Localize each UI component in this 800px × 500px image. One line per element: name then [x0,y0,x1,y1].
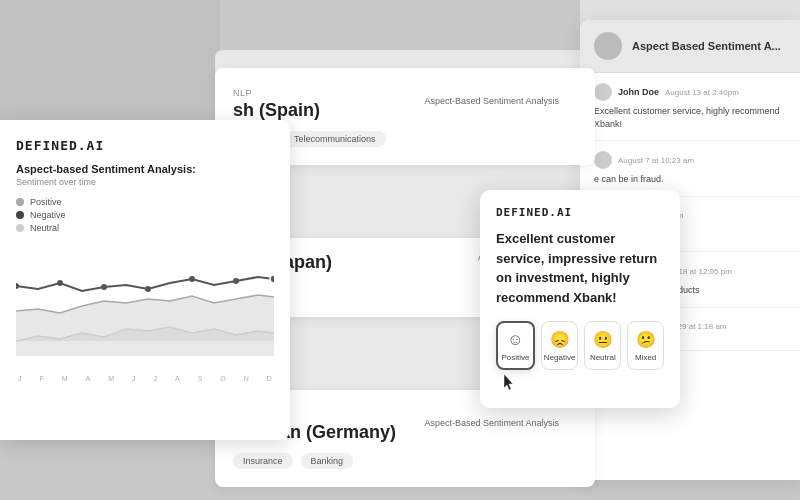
right-panel-title: Aspect Based Sentiment A... [632,40,781,52]
chart-svg [16,241,274,371]
review-author-0: John Doe [618,87,659,97]
x-label-f: F [39,375,43,382]
sentiment-card-title: Aspect-based Sentiment Analysis: [16,163,274,175]
review-item-1: August 7 at 10:23 am e can be in fraud. [580,141,800,197]
legend-positive-dot [16,198,24,206]
legend-neutral-label: Neutral [30,223,59,233]
negative-label: Negative [544,353,576,362]
popup-sentiment-card: DEFINED.AI Excellent customer service, i… [480,190,680,408]
review-item-0: John Doe August 13 at 2:40pm Excellent c… [580,73,800,141]
svg-point-4 [101,284,107,290]
review-meta-1: August 7 at 10:23 am [594,151,786,169]
review-text-0: Excellent customer service, highly recom… [594,105,786,130]
svg-point-5 [145,286,151,292]
x-label-m2: M [108,375,114,382]
review-date-1: August 7 at 10:23 am [618,156,694,165]
legend-negative-dot [16,211,24,219]
positive-icon: ☺ [507,331,523,349]
tag-bottom-1: Banking [301,453,354,469]
sentiment-chart-card: DEFINED.AI Aspect-based Sentiment Analys… [0,120,290,440]
nlp-subtitle-bottom: Aspect-Based Sentiment Analysis [424,418,559,428]
review-avatar-0 [594,83,612,101]
x-label-n: N [244,375,249,382]
mixed-label: Mixed [635,353,656,362]
legend-positive-label: Positive [30,197,62,207]
cursor-container [496,372,664,392]
legend-neutral: Neutral [16,223,274,233]
sentiment-logo: DEFINED.AI [16,138,274,153]
mixed-icon: 😕 [636,330,656,349]
popup-review-text: Excellent customer service, impressive r… [496,229,664,307]
legend-neutral-dot [16,224,24,232]
svg-point-8 [270,275,274,283]
x-label-m: M [62,375,68,382]
review-text-1: e can be in fraud. [594,173,786,186]
tag-1: Telecommunications [284,131,386,147]
sentiment-btn-neutral[interactable]: 😐 Neutral [584,321,621,370]
negative-icon: 😞 [550,330,570,349]
right-panel-avatar [594,32,622,60]
x-label-j2: J [132,375,136,382]
sentiment-chart [16,241,274,371]
review-meta-0: John Doe August 13 at 2:40pm [594,83,786,101]
legend-positive: Positive [16,197,274,207]
cursor-icon [500,372,520,394]
svg-point-6 [189,276,195,282]
tag-bottom-0: Insurance [233,453,293,469]
chart-x-labels: J F M A M J J A S O N D [16,375,274,382]
neutral-icon: 😐 [593,330,613,349]
legend-negative: Negative [16,210,274,220]
x-label-a: A [86,375,91,382]
sentiment-button-group: ☺ Positive 😞 Negative 😐 Neutral 😕 Mixed [496,321,664,370]
sentiment-btn-positive[interactable]: ☺ Positive [496,321,535,370]
popup-logo: DEFINED.AI [496,206,664,219]
svg-point-7 [233,278,239,284]
bg-top-left [0,0,220,120]
svg-marker-1 [16,295,274,341]
x-label-j3: J [154,375,158,382]
sentiment-btn-negative[interactable]: 😞 Negative [541,321,579,370]
sentiment-card-subtitle: Sentiment over time [16,177,274,187]
legend-negative-label: Negative [30,210,66,220]
x-label-a2: A [175,375,180,382]
tag-row-bottom: Insurance Banking [233,453,577,469]
review-date-0: August 13 at 2:40pm [665,88,739,97]
right-panel-header: Aspect Based Sentiment A... [580,20,800,73]
sentiment-btn-mixed[interactable]: 😕 Mixed [627,321,664,370]
sentiment-legend: Positive Negative Neutral [16,197,274,233]
x-label-j: J [18,375,22,382]
x-label-s: S [198,375,203,382]
svg-point-3 [57,280,63,286]
nlp-subtitle-top: Aspect-Based Sentiment Analysis [424,96,559,106]
x-label-d: D [267,375,272,382]
svg-point-2 [16,283,19,289]
x-label-o: O [220,375,225,382]
neutral-label: Neutral [590,353,616,362]
positive-label: Positive [501,353,529,362]
review-avatar-1 [594,151,612,169]
nlp-label-top: NLP [233,88,252,98]
